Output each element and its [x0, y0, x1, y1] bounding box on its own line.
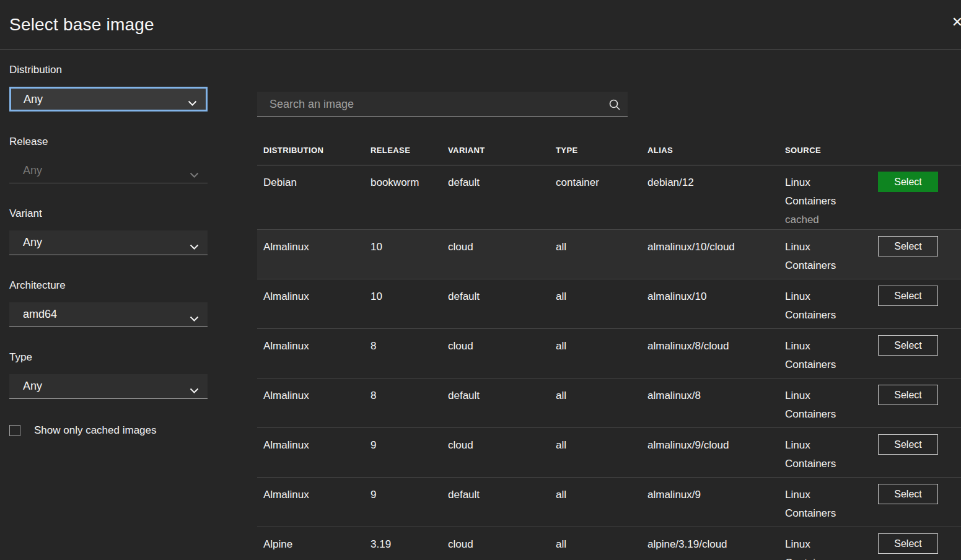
cell-release: 9 — [371, 478, 448, 527]
table-row: Almalinux 9 cloud all almalinux/9/cloud … — [257, 427, 961, 477]
type-select-value: Any — [23, 380, 42, 393]
source-text: Linux Containers — [785, 538, 836, 560]
cell-type: all — [556, 230, 647, 279]
release-label: Release — [9, 136, 208, 148]
distribution-select[interactable]: Any — [9, 87, 208, 112]
cell-release: bookworm — [371, 165, 448, 229]
cell-release: 3.19 — [371, 527, 448, 560]
cell-type: all — [556, 527, 647, 560]
type-label: Type — [9, 351, 208, 364]
select-button[interactable]: Select — [878, 172, 938, 192]
source-text: Linux Containers — [785, 241, 836, 271]
cell-source: Linux Containers cached — [785, 165, 878, 229]
cell-type: container — [556, 165, 647, 229]
select-button[interactable]: Select — [878, 484, 938, 504]
cell-distribution: Almalinux — [257, 329, 371, 378]
source-text: Linux Containers — [785, 340, 836, 370]
search-input[interactable] — [257, 92, 628, 116]
cell-variant: default — [448, 279, 556, 328]
cell-source: Linux Containers — [785, 378, 878, 427]
release-select: Any — [9, 159, 208, 183]
modal-header: Select base image ✕ — [0, 0, 961, 50]
table-header: DISTRIBUTION RELEASE VARIANT TYPE ALIAS … — [257, 136, 961, 165]
search-icon[interactable] — [608, 98, 621, 114]
cell-variant: cloud — [448, 329, 556, 378]
chevron-down-icon — [190, 168, 199, 182]
select-button[interactable]: Select — [878, 286, 938, 306]
table-row: Alpine 3.19 cloud all alpine/3.19/cloud … — [257, 527, 961, 560]
col-header-distribution: DISTRIBUTION — [257, 136, 371, 165]
cell-actions: Select — [878, 165, 961, 229]
cell-type: all — [556, 378, 647, 427]
search-bar — [257, 92, 628, 117]
cell-alias: almalinux/8 — [647, 378, 785, 427]
variant-select[interactable]: Any — [9, 230, 208, 255]
release-select-value: Any — [23, 164, 42, 177]
cell-alias: almalinux/9/cloud — [647, 428, 785, 477]
cell-alias: almalinux/10/cloud — [647, 230, 785, 279]
cell-release: 8 — [371, 378, 448, 427]
architecture-label: Architecture — [9, 279, 208, 292]
select-button[interactable]: Select — [878, 385, 938, 405]
close-icon[interactable]: ✕ — [947, 12, 961, 32]
select-button[interactable]: Select — [878, 236, 938, 256]
cell-variant: cloud — [448, 428, 556, 477]
cell-actions: Select — [878, 230, 961, 279]
distribution-label: Distribution — [9, 64, 208, 76]
col-header-type: TYPE — [556, 136, 647, 165]
cell-type: all — [556, 279, 647, 328]
chevron-down-icon — [190, 384, 199, 397]
type-select[interactable]: Any — [9, 374, 208, 399]
cell-variant: default — [448, 165, 556, 229]
cell-distribution: Almalinux — [257, 428, 371, 477]
source-text: Linux Containers — [785, 439, 836, 470]
chevron-down-icon — [188, 97, 197, 110]
cell-source: Linux Containers — [785, 230, 878, 279]
filter-panel: Distribution Any Release Any Variant Any… — [9, 64, 208, 437]
col-header-actions — [878, 136, 961, 165]
cached-checkbox-row[interactable]: Show only cached images — [9, 424, 208, 437]
architecture-select[interactable]: amd64 — [9, 302, 208, 327]
cell-source: Linux Containers — [785, 428, 878, 477]
cell-distribution: Alpine — [257, 527, 371, 560]
col-header-source: SOURCE — [785, 136, 878, 165]
table-row: Almalinux 9 default all almalinux/9 Linu… — [257, 477, 961, 527]
source-text: Linux Containers — [785, 390, 836, 420]
image-table: DISTRIBUTION RELEASE VARIANT TYPE ALIAS … — [257, 136, 961, 560]
page-title: Select base image — [9, 15, 154, 35]
cell-alias: almalinux/9 — [647, 478, 785, 527]
select-button[interactable]: Select — [878, 335, 938, 356]
cell-actions: Select — [878, 527, 961, 560]
chevron-down-icon — [190, 240, 199, 253]
cached-checkbox-label: Show only cached images — [34, 424, 157, 437]
cached-badge: cached — [785, 211, 856, 229]
source-text: Linux Containers — [785, 489, 836, 519]
table-row: Debian bookworm default container debian… — [257, 165, 961, 229]
table-row: Almalinux 8 cloud all almalinux/8/cloud … — [257, 328, 961, 378]
cell-type: all — [556, 478, 647, 527]
col-header-variant: VARIANT — [448, 136, 556, 165]
cell-distribution: Almalinux — [257, 378, 371, 427]
cell-distribution: Debian — [257, 165, 371, 229]
cell-variant: default — [448, 478, 556, 527]
cell-source: Linux Containers — [785, 478, 878, 527]
cached-checkbox[interactable] — [9, 425, 20, 436]
cell-distribution: Almalinux — [257, 279, 371, 328]
select-button[interactable]: Select — [878, 434, 938, 455]
variant-select-value: Any — [23, 236, 42, 249]
cell-source: Linux Containers — [785, 329, 878, 378]
table-body: Debian bookworm default container debian… — [257, 165, 961, 560]
cell-actions: Select — [878, 378, 961, 427]
cell-release: 8 — [371, 329, 448, 378]
cell-release: 10 — [371, 279, 448, 328]
distribution-select-value: Any — [24, 93, 43, 106]
source-text: Linux Containers — [785, 291, 836, 321]
cell-alias: alpine/3.19/cloud — [647, 527, 785, 560]
cell-alias: almalinux/10 — [647, 279, 785, 328]
table-row: Almalinux 10 cloud all almalinux/10/clou… — [257, 229, 961, 279]
cell-alias: debian/12 — [647, 165, 785, 229]
cell-variant: cloud — [448, 527, 556, 560]
cell-variant: default — [448, 378, 556, 427]
select-button[interactable]: Select — [878, 533, 938, 554]
source-text: Linux Containers — [785, 177, 836, 207]
